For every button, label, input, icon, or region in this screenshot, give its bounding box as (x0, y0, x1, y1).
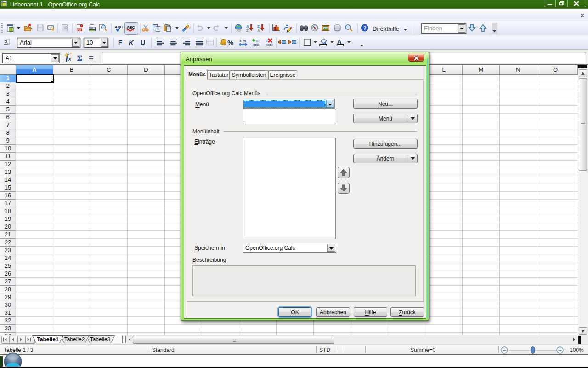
svg-text:Finden: Finden (424, 25, 442, 32)
svg-text:Tabelle2: Tabelle2 (64, 336, 85, 343)
svg-text:%: % (227, 39, 233, 46)
svg-text:Z: Z (257, 24, 260, 29)
svg-text:Arial: Arial (20, 39, 32, 46)
svg-text:U: U (141, 39, 145, 46)
svg-text:=: = (89, 53, 94, 63)
svg-text:A: A (246, 24, 249, 29)
svg-text:x: x (68, 56, 71, 62)
svg-text:A: A (337, 38, 342, 45)
svg-text:A: A (257, 29, 260, 33)
svg-text:%: % (243, 39, 246, 43)
svg-text:Tabelle3: Tabelle3 (90, 336, 111, 343)
svg-text:$: $ (239, 39, 242, 43)
svg-text:ABC: ABC (127, 25, 135, 29)
svg-text:Tabelle1: Tabelle1 (37, 336, 58, 343)
svg-text:PDF: PDF (77, 29, 82, 31)
svg-text:10: 10 (86, 39, 93, 46)
svg-text:Σ: Σ (77, 54, 82, 63)
svg-text:F: F (118, 39, 122, 46)
svg-text:K: K (129, 39, 134, 46)
svg-text:Z: Z (246, 29, 249, 33)
svg-text:Direkthilfe: Direkthilfe (373, 25, 399, 32)
svg-text:,000: ,000 (252, 43, 260, 47)
svg-text:?: ? (363, 25, 367, 31)
svg-text:,000: ,000 (266, 43, 273, 47)
